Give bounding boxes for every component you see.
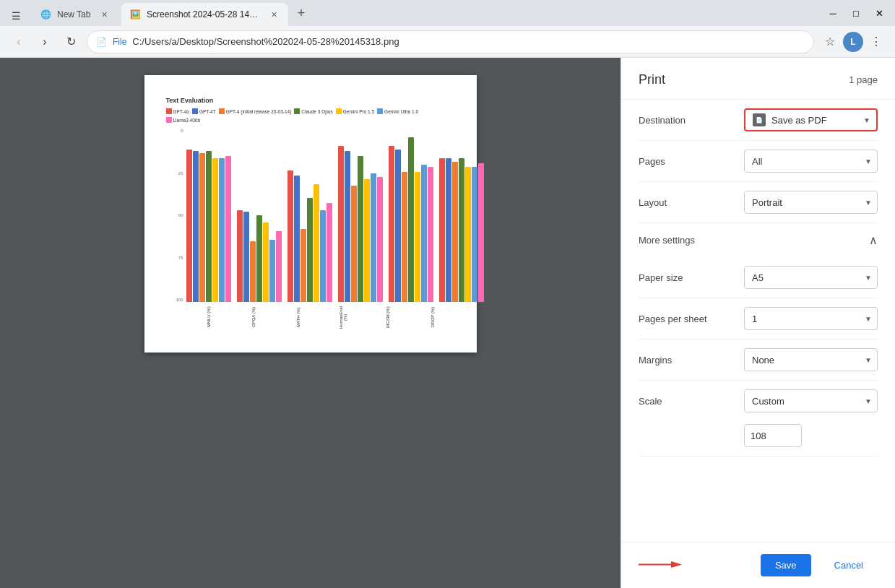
chart-bar bbox=[294, 176, 300, 302]
chart-bar bbox=[428, 167, 433, 302]
save-button[interactable]: Save bbox=[761, 554, 811, 576]
profile-button[interactable]: L bbox=[843, 32, 863, 52]
pages-per-sheet-select[interactable]: 1 ▼ bbox=[744, 307, 878, 330]
scale-control: Custom ▼ bbox=[744, 389, 878, 412]
chart-bar bbox=[415, 172, 420, 302]
paper-size-label: Paper size bbox=[639, 272, 732, 283]
chart-bar bbox=[446, 158, 451, 302]
scale-label: Scale bbox=[639, 396, 732, 407]
scale-top: Scale Custom ▼ bbox=[639, 389, 878, 412]
address-prefix: File bbox=[113, 37, 126, 47]
legend-item: GPT-4o bbox=[166, 108, 189, 114]
x-axis-label: MMLU (%) bbox=[186, 303, 231, 331]
chart-bar bbox=[351, 186, 357, 302]
close-button[interactable]: ✕ bbox=[869, 3, 889, 23]
chart-bar bbox=[301, 229, 306, 302]
main-content: Text Evaluation GPT-4oGPT-4TGPT-4 (initi… bbox=[0, 58, 895, 588]
refresh-button[interactable]: ↻ bbox=[61, 32, 81, 52]
tab-close-1[interactable]: ✕ bbox=[98, 9, 110, 20]
margins-control: None ▼ bbox=[744, 348, 878, 371]
minimize-button[interactable]: ─ bbox=[823, 3, 843, 23]
pages-label: Pages bbox=[639, 156, 732, 167]
chart-bars bbox=[166, 129, 455, 331]
pages-arrow: ▼ bbox=[865, 157, 872, 165]
scale-input[interactable] bbox=[744, 424, 802, 447]
chart-bar bbox=[345, 151, 350, 302]
legend-item: GPT-4T bbox=[192, 108, 216, 114]
chart-title: Text Evaluation bbox=[166, 97, 455, 104]
pages-per-sheet-label: Pages per sheet bbox=[639, 314, 732, 324]
chart-bar bbox=[364, 179, 370, 302]
chart-bar bbox=[377, 177, 383, 302]
tab-new-tab[interactable]: 🌐 New Tab ✕ bbox=[32, 3, 118, 26]
margins-select[interactable]: None ▼ bbox=[744, 348, 878, 371]
destination-control: 📄 Save as PDF ▼ bbox=[744, 108, 878, 131]
tab-title-1: New Tab bbox=[57, 9, 90, 20]
pages-value: All bbox=[752, 156, 762, 167]
chart-bar bbox=[186, 150, 192, 302]
legend-item: Llama3 400b bbox=[166, 117, 201, 123]
x-axis-label: MGSM (%) bbox=[366, 303, 410, 331]
tab-close-2[interactable]: ✕ bbox=[268, 9, 280, 20]
legend-item: Gemini Ultra 1.0 bbox=[377, 108, 418, 114]
destination-row: Destination 📄 Save as PDF ▼ bbox=[639, 100, 878, 141]
destination-select[interactable]: 📄 Save as PDF ▼ bbox=[744, 108, 878, 131]
bookmark-button[interactable]: ☆ bbox=[820, 32, 840, 52]
chart-bar bbox=[389, 146, 394, 302]
chart-bar bbox=[276, 231, 282, 302]
svg-marker-1 bbox=[671, 561, 682, 568]
destination-value: Save as PDF bbox=[771, 115, 827, 126]
x-axis-label: HumanEval (%) bbox=[321, 303, 366, 331]
menu-button[interactable]: ☰ bbox=[6, 6, 26, 26]
chart-bar bbox=[263, 222, 269, 302]
pages-row: Pages All ▼ bbox=[639, 141, 878, 182]
scale-select[interactable]: Custom ▼ bbox=[744, 389, 878, 412]
maximize-button[interactable]: □ bbox=[846, 3, 866, 23]
chart-bar bbox=[327, 203, 332, 302]
chart-bar bbox=[212, 158, 218, 302]
forward-button[interactable]: › bbox=[35, 32, 55, 52]
paper-size-value: A5 bbox=[752, 272, 764, 283]
chart-bar bbox=[219, 158, 225, 302]
cancel-button[interactable]: Cancel bbox=[820, 554, 878, 576]
chart-bar bbox=[465, 167, 471, 302]
print-title: Print bbox=[639, 72, 665, 87]
chart-bar bbox=[408, 137, 414, 302]
tab-screenshot[interactable]: 🖼️ Screenshot 2024-05-28 145318 ✕ bbox=[121, 3, 288, 26]
chart-bar bbox=[256, 215, 262, 302]
chart-bar bbox=[338, 146, 344, 302]
x-axis-label: GPQA (%) bbox=[231, 303, 276, 331]
destination-arrow: ▼ bbox=[863, 116, 870, 124]
margins-value: None bbox=[752, 355, 774, 366]
y-axis-label: 100 bbox=[166, 298, 183, 302]
chart-bar bbox=[250, 241, 256, 302]
scale-value: Custom bbox=[752, 396, 784, 407]
arrow-indicator bbox=[639, 555, 682, 575]
pages-per-sheet-value: 1 bbox=[752, 314, 757, 324]
more-settings-row[interactable]: More settings ∧ bbox=[639, 223, 878, 257]
chart-bar bbox=[459, 158, 464, 302]
chart-bar bbox=[439, 158, 445, 302]
menu-dots-button[interactable]: ⋮ bbox=[866, 32, 886, 52]
margins-label: Margins bbox=[639, 355, 732, 366]
bar-group bbox=[338, 146, 383, 302]
new-tab-button[interactable]: + bbox=[291, 3, 311, 23]
save-arrow-svg bbox=[639, 555, 682, 573]
back-button[interactable]: ‹ bbox=[9, 32, 29, 52]
tab-favicon-1: 🌐 bbox=[40, 9, 51, 20]
bar-group bbox=[389, 137, 433, 302]
pages-per-sheet-control: 1 ▼ bbox=[744, 307, 878, 330]
paper-size-select[interactable]: A5 ▼ bbox=[744, 266, 878, 289]
address-file-icon: 📄 bbox=[96, 37, 107, 47]
address-bar[interactable]: 📄 File C:/Users/a/Desktop/Screenshot%202… bbox=[87, 30, 814, 53]
chart-bar bbox=[243, 212, 249, 302]
layout-label: Layout bbox=[639, 197, 732, 208]
chart-bar bbox=[193, 151, 199, 302]
pages-select[interactable]: All ▼ bbox=[744, 150, 878, 173]
pages-control: All ▼ bbox=[744, 150, 878, 173]
chart-bar bbox=[314, 184, 319, 302]
chart-legend: GPT-4oGPT-4TGPT-4 (initial release 23-03… bbox=[166, 108, 455, 123]
chart-bar bbox=[358, 156, 363, 302]
layout-select[interactable]: Portrait ▼ bbox=[744, 191, 878, 214]
tab-title-2: Screenshot 2024-05-28 145318 bbox=[147, 9, 262, 20]
